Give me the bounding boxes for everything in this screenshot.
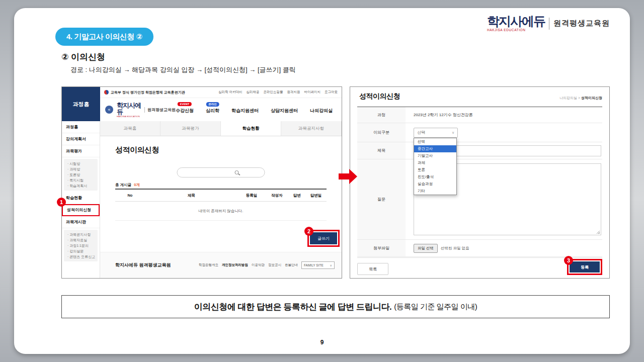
main-nav: EVENT 수강신청 온라인 심리학 학습지원센터 상담지원센터 나의강의실 xyxy=(176,106,337,114)
sidebar-item-course-home[interactable]: 과정홈 xyxy=(62,121,100,133)
sidebar-sub-exam-room[interactable]: 시험방 xyxy=(67,161,97,166)
link-logout[interactable]: 로그아웃 xyxy=(325,90,338,95)
step3-marker: 3 xyxy=(564,256,573,265)
dropdown-option-etc[interactable]: 기타 xyxy=(414,188,456,195)
nav-item-label: 학습지원센터 xyxy=(231,108,259,113)
label-attachment: 첨부파일 xyxy=(357,240,406,256)
sidebar-sub-lecture-survey[interactable]: 강의설문 xyxy=(67,248,97,254)
table-header-row: No 제목 등록일 작성자 답변 답변일 xyxy=(115,190,327,202)
breadcrumb-current: 성적이의신청 xyxy=(581,96,602,100)
dropdown-option-final[interactable]: 기말고사 xyxy=(414,152,456,159)
board-content: 성적이의신청 총 게시글 0개 No 제목 등록일 작성자 답변 답변일 내역이… xyxy=(100,136,342,253)
notice-normal-text: (등록일 기준 일주일 이내) xyxy=(394,302,477,312)
link-mypage[interactable]: 마이페이지 xyxy=(304,90,321,95)
form-row-attachment: 첨부파일 파일 선택 선택된 파일 없음 xyxy=(357,240,602,257)
gov-bar: 교육부 정식 평가인정 학점은행제 교육훈련기관 심리학 아카데미 심리채용 온… xyxy=(100,87,342,98)
link-psych-academy[interactable]: 심리학 아카데미 xyxy=(218,90,242,95)
sidebar-sub-study-plan[interactable]: 학습계획서 xyxy=(67,183,97,189)
sidebar-sub-content-error-report[interactable]: 콘텐츠 오류신고 xyxy=(67,254,97,259)
dropdown-option-assignment[interactable]: 과제 xyxy=(414,159,456,166)
site-affiliate: 원격평생교육원 xyxy=(144,107,176,113)
sidebar-item-course-board[interactable]: 과목게시판 xyxy=(62,216,100,228)
footer-link-terms[interactable]: 이용약관 xyxy=(252,263,265,267)
footer-link-refund[interactable]: 환불안내 xyxy=(285,263,298,267)
site-logo[interactable]: 학지사에듀 HAKJISA EDUCATION xyxy=(117,102,142,118)
tab-learning-status[interactable]: 학습현황 xyxy=(221,121,281,136)
link-remote-support[interactable]: 원격지원 xyxy=(287,90,300,95)
collapse-sidebar-button[interactable]: « xyxy=(105,106,113,114)
site-logo-text: 학지사에듀 xyxy=(117,102,142,115)
sidebar-item-grade-objection[interactable]: 성적이의신청 xyxy=(62,204,100,216)
step3-highlight-frame: 3 등록 xyxy=(567,259,602,275)
label-question: 질문 xyxy=(357,159,406,239)
category-select[interactable]: 선택 ∨ xyxy=(414,128,458,138)
tab-course-home[interactable]: 과목홈 xyxy=(100,121,160,136)
site-logo-subtext: HAKJISA EDUCATION xyxy=(117,116,142,118)
family-site-select[interactable]: FAMILY SITE ∨ xyxy=(301,261,335,269)
dropdown-option-discussion[interactable]: 토론 xyxy=(414,166,456,173)
submit-button[interactable]: 등록 xyxy=(570,261,600,273)
total-posts-label: 총 게시글 xyxy=(115,183,131,187)
course-home-block[interactable]: 과정홈 xyxy=(62,87,100,121)
site-footer: 학지사에듀 원격평생교육원 학점은행개요 개인정보처리방침 이용약관 정보공시 … xyxy=(100,252,342,278)
category-dropdown: 선택 중간고사 기말고사 과제 토론 진도/출석 실습과정 기타 xyxy=(414,138,457,195)
sidebar-sub-assignment-room[interactable]: 과제방 xyxy=(67,166,97,172)
sidebar-item-learning-status[interactable]: 학습현황 xyxy=(62,192,100,204)
attachment-cell: 파일 선택 선택된 파일 없음 xyxy=(406,240,602,256)
empty-message: 내역이 존재하지 않습니다. xyxy=(115,202,327,221)
sidebar-item-syllabus[interactable]: 강의계획서 xyxy=(62,133,100,145)
nav-item-counsel-support[interactable]: 상담지원센터 xyxy=(271,106,298,114)
col-writer: 작성자 xyxy=(265,193,288,198)
link-psych-jobs[interactable]: 심리채용 xyxy=(247,90,260,95)
file-select-button[interactable]: 파일 선택 xyxy=(414,244,438,253)
search-input[interactable] xyxy=(177,167,265,177)
nav-item-psychology[interactable]: 온라인 심리학 xyxy=(206,106,219,114)
total-posts-count: 0개 xyxy=(134,183,140,187)
sidebar-item-course-eval[interactable]: 과목평가 xyxy=(62,145,100,157)
notice-bold-text: 이의신청에 대한 답변은 등록하신 글에 답변 드립니다. xyxy=(194,301,392,313)
brand-logo-subtext: HAKJISA EDUCATION xyxy=(487,29,545,32)
brand-logo-text: 학지사에듀 xyxy=(487,15,545,28)
online-badge: 온라인 xyxy=(206,102,219,107)
form-row-category: 이의구분 선택 ∨ xyxy=(357,123,602,142)
flow-arrow-icon xyxy=(339,169,358,184)
dropdown-option-practicum[interactable]: 실습과정 xyxy=(414,180,456,188)
objection-form: 과정 2023년 2학기 12기수 정신건강론 이의구분 선택 ∨ 제목 xyxy=(357,107,602,257)
course-tabs: 과목홈 과목평가 학습현황 과목공지사항 xyxy=(100,121,342,136)
footer-brand: 학지사에듀 원격평생교육원 xyxy=(115,262,171,268)
resize-grip-icon[interactable] xyxy=(596,230,600,234)
event-badge: EVENT xyxy=(178,102,192,106)
nav-item-my-classroom[interactable]: 나의강의실 xyxy=(310,106,333,114)
write-post-button[interactable]: 글쓰기 xyxy=(310,232,337,244)
chevron-down-icon: ∨ xyxy=(452,131,454,135)
breadcrumb-prefix[interactable]: 나의강의실 > xyxy=(559,96,580,100)
dropdown-option-select[interactable]: 선택 xyxy=(414,138,456,145)
footer-link-credit-bank[interactable]: 학점은행개요 xyxy=(199,263,218,267)
nav-item-label: 나의강의실 xyxy=(310,108,333,113)
brand-divider xyxy=(549,18,549,30)
tab-course-eval[interactable]: 과목평가 xyxy=(160,121,221,136)
col-reg-date: 등록일 xyxy=(238,193,266,198)
nav-item-enrollment[interactable]: EVENT 수강신청 xyxy=(176,106,194,114)
dropdown-option-midterm[interactable]: 중간고사 xyxy=(414,145,456,152)
nav-item-label: 수강신청 xyxy=(176,108,194,113)
course-sidebar: 과정홈 강의계획서 과목평가 시험방 과제방 토론방 쪽지시험 학습계획서 학습… xyxy=(62,121,100,278)
ministry-emblem-icon xyxy=(104,90,109,95)
sidebar-sub-course-notice[interactable]: 과목공지사항 xyxy=(67,232,97,237)
form-page-title: 성적이의신청 xyxy=(359,92,400,101)
nav-item-learning-support[interactable]: 학습지원센터 xyxy=(231,106,259,114)
sidebar-sub-discussion-room[interactable]: 토론방 xyxy=(67,172,97,177)
footer-link-disclosure[interactable]: 정보공시 xyxy=(268,263,281,267)
path-text: 경로 : 나의강의실 → 해당과목 강의실 입장 → [성적이의신청] → [글… xyxy=(70,65,296,74)
footer-links: 학점은행개요 개인정보처리방침 이용약관 정보공시 환불안내 FAMILY SI… xyxy=(199,261,335,269)
sidebar-sub-course-materials[interactable]: 과목자료실 xyxy=(67,237,97,243)
right-screenshot: 성적이의신청 나의강의실 > 성적이의신청 과정 2023년 2학기 12기수 … xyxy=(350,86,610,279)
dropdown-option-progress[interactable]: 진도/출석 xyxy=(414,173,456,180)
sidebar-sub-course-inquiry[interactable]: 과정1:1문의 xyxy=(67,243,97,248)
tab-course-notice[interactable]: 과목공지사항 xyxy=(281,121,342,136)
list-button[interactable]: 목록 xyxy=(357,263,388,275)
sidebar-sub-quiz[interactable]: 쪽지시험 xyxy=(67,177,97,183)
link-online-shop[interactable]: 온라인쇼핑몰 xyxy=(264,90,283,95)
nav-item-label: 심리학 xyxy=(206,108,219,113)
footer-link-privacy[interactable]: 개인정보처리방침 xyxy=(222,263,248,267)
